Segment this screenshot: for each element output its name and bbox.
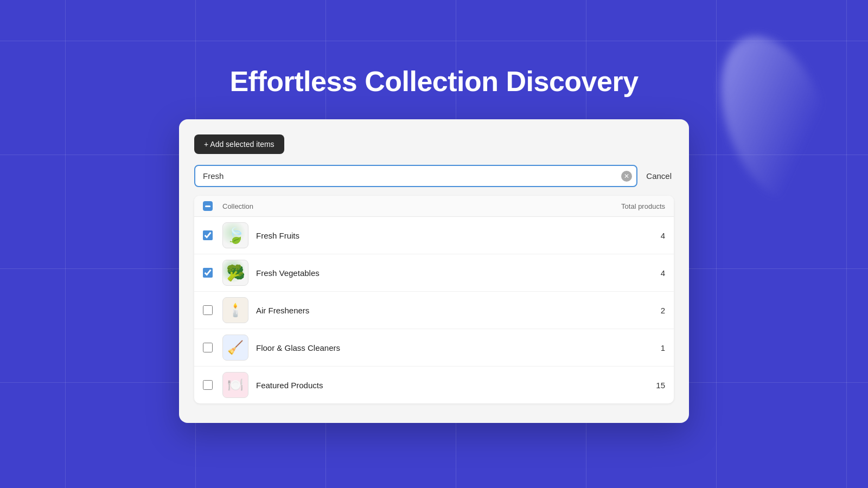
collection-count-air-fresheners: 2 [611, 306, 665, 315]
collection-count-fresh-vegetables: 4 [611, 268, 665, 278]
collection-image-fresh-vegetables: 🥦 [222, 260, 248, 286]
table-row: 🍃 Fresh Fruits 4 [194, 217, 674, 254]
master-checkbox-col [203, 201, 222, 211]
collection-header: Collection [222, 202, 611, 210]
search-input[interactable] [194, 165, 637, 187]
collection-name-floor-glass-cleaners: Floor & Glass Cleaners [256, 343, 611, 352]
row-checkbox-col [203, 305, 222, 315]
table-row: 🧹 Floor & Glass Cleaners 1 [194, 329, 674, 367]
row-checkbox-air-fresheners[interactable] [203, 305, 213, 315]
add-selected-items-button[interactable]: + Add selected items [194, 134, 284, 154]
collection-name-fresh-vegetables: Fresh Vegetables [256, 268, 611, 278]
clear-search-button[interactable]: ✕ [621, 171, 632, 182]
page-title: Effortless Collection Discovery [229, 65, 638, 98]
master-check-inner [205, 206, 210, 207]
modal-header: + Add selected items [194, 134, 674, 154]
row-checkbox-col [203, 230, 222, 240]
table-header: Collection Total products [194, 196, 674, 217]
collection-image-featured-products: 🍽️ [222, 372, 248, 398]
collection-image-floor-cleaners: 🧹 [222, 335, 248, 361]
row-checkbox-col [203, 268, 222, 278]
row-checkbox-col [203, 343, 222, 352]
collection-image-air-fresheners: 🕯️ [222, 297, 248, 323]
collection-name-featured-products: Featured Products [256, 381, 611, 390]
collections-table: Collection Total products 🍃 Fresh Fruits… [194, 196, 674, 403]
modal-card: + Add selected items ✕ Cancel Collection… [179, 119, 689, 423]
collection-name-air-fresheners: Air Fresheners [256, 306, 611, 315]
table-row: 🍽️ Featured Products 15 [194, 367, 674, 403]
table-row: 🕯️ Air Fresheners 2 [194, 292, 674, 329]
row-checkbox-fresh-vegetables[interactable] [203, 268, 213, 278]
cancel-button[interactable]: Cancel [644, 167, 674, 185]
row-checkbox-col [203, 380, 222, 390]
collection-image-fresh-fruits: 🍃 [222, 222, 248, 248]
row-checkbox-featured-products[interactable] [203, 380, 213, 390]
table-row: 🥦 Fresh Vegetables 4 [194, 254, 674, 292]
row-checkbox-floor-glass-cleaners[interactable] [203, 343, 213, 352]
master-checkbox[interactable] [203, 201, 213, 211]
row-checkbox-fresh-fruits[interactable] [203, 230, 213, 240]
search-wrapper: ✕ [194, 165, 637, 187]
collection-count-fresh-fruits: 4 [611, 231, 665, 240]
total-products-header: Total products [611, 202, 665, 210]
collection-count-floor-glass-cleaners: 1 [611, 343, 665, 352]
collection-count-featured-products: 15 [611, 381, 665, 390]
search-row: ✕ Cancel [194, 165, 674, 187]
collection-name-fresh-fruits: Fresh Fruits [256, 231, 611, 240]
page-content: Effortless Collection Discovery + Add se… [0, 65, 868, 423]
